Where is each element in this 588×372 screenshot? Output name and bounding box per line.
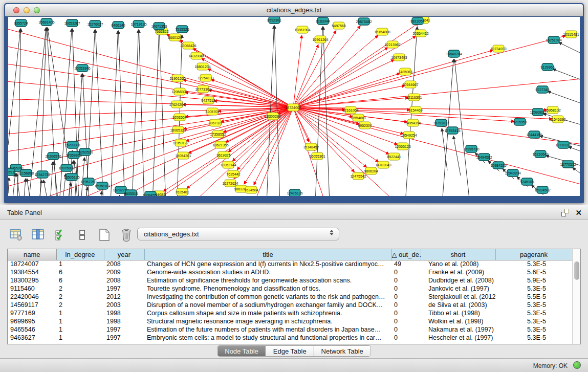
table-cell[interactable]: Embryonic stem cells: a model to study s… [144,334,391,342]
table-cell[interactable]: 18300295 [8,276,56,285]
citation-edge[interactable] [16,173,20,196]
table-cell[interactable]: Nakamura et al. (1997) [421,325,495,334]
table-cell[interactable]: Tibbo et al. (1998) [421,309,495,317]
table-row[interactable]: 1456911722003Disruption of a novel membe… [8,301,572,309]
citation-edge-selected[interactable] [8,107,293,188]
table-cell[interactable]: 1997 [104,334,144,342]
table-cell[interactable]: 5.3E-5 [495,334,572,342]
table-cell[interactable]: 9777169 [8,309,56,317]
citation-edge[interactable] [83,74,89,196]
table-cell[interactable]: 2 [56,285,104,293]
citation-edge[interactable] [548,92,580,103]
table-cell[interactable]: Estimation of the future numbers of pati… [144,325,391,334]
table-row[interactable]: 977716911998Corpus callosum shape and si… [8,309,572,317]
table-cell[interactable]: 9465546 [8,325,56,334]
table-cell[interactable]: 1 [56,334,104,342]
citation-edge-selected[interactable] [8,107,293,117]
table-cell[interactable]: Estimation of significance thresholds fo… [144,276,391,285]
table-row[interactable]: 969969511998Structural magnetic resonanc… [8,317,572,325]
table-cell[interactable]: Jankovic et al. (1997) [421,285,495,293]
table-cell[interactable]: 1 [56,317,104,325]
table-cell[interactable]: 1997 [104,285,144,293]
table-cell[interactable]: 5.3E-5 [495,317,572,325]
select-all-icon[interactable] [53,228,68,242]
table-cell[interactable]: Stergiakouli et al. (2012) [421,293,495,301]
column-header-out-degree[interactable]: △ out_de… [391,249,421,260]
delete-trash-icon[interactable] [119,228,134,242]
table-cell[interactable]: 0 [391,317,421,325]
show-columns-icon[interactable] [31,228,46,242]
table-cell[interactable]: 5.3E-5 [495,301,572,309]
table-cell[interactable]: 18724007 [8,260,56,268]
citation-edge-selected[interactable] [209,90,293,107]
citation-edge[interactable] [72,29,79,196]
table-row[interactable]: 911546021997Tourette syndrome. Phenomeno… [8,285,572,293]
citation-edge-selected[interactable] [293,23,419,107]
float-panel-icon[interactable] [561,209,569,216]
table-cell[interactable]: 19384554 [8,268,56,276]
table-cell[interactable]: 5.3E-5 [495,325,572,334]
column-header-name[interactable]: name [8,249,56,260]
column-header-year[interactable]: year [104,249,144,260]
citation-edge[interactable] [81,158,84,196]
table-row[interactable]: 1938455462009Genome-wide association stu… [8,268,572,276]
table-cell[interactable]: de Silva et al. (2003) [421,301,495,309]
table-cell[interactable]: 5.3E-5 [495,285,572,293]
citation-edge[interactable] [553,69,580,79]
table-row[interactable]: 946362711997Embryonic stem cells: a mode… [8,334,572,342]
table-row[interactable]: 2242004622012Investigating the contribut… [8,293,572,301]
close-panel-icon[interactable]: ✕ [575,209,582,216]
table-cell[interactable]: 2008 [104,276,144,285]
table-cell[interactable]: 0 [391,301,421,309]
table-row[interactable]: 1830029562008Estimation of significance … [8,276,572,285]
table-cell[interactable]: 1 [56,260,104,268]
table-cell[interactable]: 2012 [104,293,144,301]
citation-edge[interactable] [139,30,144,196]
citation-edge[interactable] [153,32,159,196]
citation-edge[interactable] [132,30,139,196]
table-cell[interactable]: 2 [56,293,104,301]
table-cell[interactable]: 2 [56,301,104,309]
table-row[interactable]: 946554611997Estimation of the future num… [8,325,572,334]
table-cell[interactable]: 5.3E-5 [495,260,572,268]
scrollbar-thumb[interactable] [574,261,579,280]
citation-edge[interactable] [569,147,580,151]
citation-edge-selected[interactable] [293,107,354,172]
citation-edge[interactable] [559,42,580,53]
column-header-in-degree[interactable]: in_degree [56,249,104,260]
citation-edge-selected[interactable] [293,48,388,107]
window-titlebar[interactable]: citations_edges.txt [5,4,583,16]
citation-edge[interactable] [100,191,102,196]
table-cell[interactable]: 14569117 [8,301,56,309]
table-cell[interactable]: Franke et al. (2009) [421,268,495,276]
table-cell[interactable]: 9463627 [8,334,56,342]
create-column-icon[interactable] [97,228,112,242]
table-cell[interactable]: 5.6E-5 [495,268,572,276]
citation-edge[interactable] [8,29,20,145]
citation-edge-selected[interactable] [293,36,565,107]
table-cell[interactable]: 1997 [104,325,144,334]
table-cell[interactable]: 0 [391,285,421,293]
citation-edge[interactable] [118,31,125,196]
table-cell[interactable]: 1 [56,325,104,334]
citation-edge-selected[interactable] [111,107,293,196]
table-cell[interactable]: Hescheler et al. (1997) [421,334,495,342]
citation-network-graph[interactable]: 1872400718300295766382286601242206842614… [8,17,580,196]
tab-network-table[interactable]: Network Table [314,346,371,356]
table-cell[interactable]: 5.9E-5 [495,276,572,285]
citation-edge[interactable] [96,30,103,196]
citation-edge[interactable] [85,187,88,196]
table-cell[interactable]: Yano et al. (2008) [421,260,495,268]
table-cell[interactable]: 6 [56,276,104,285]
citation-edge[interactable] [573,168,580,173]
table-cell[interactable]: Genome-wide association studies in ADHD. [144,268,391,276]
citation-edge-selected[interactable] [8,107,293,170]
table-cell[interactable]: 22420046 [8,293,56,301]
table-cell[interactable]: 9115460 [8,285,56,293]
table-cell[interactable]: Structural magnetic resonance image aver… [144,317,391,325]
table-cell[interactable]: 1998 [104,317,144,325]
citation-edge[interactable] [8,178,9,193]
table-cell[interactable]: 1 [56,309,104,317]
table-cell[interactable]: 2008 [104,260,144,268]
table-cell[interactable]: 49 [391,260,421,268]
